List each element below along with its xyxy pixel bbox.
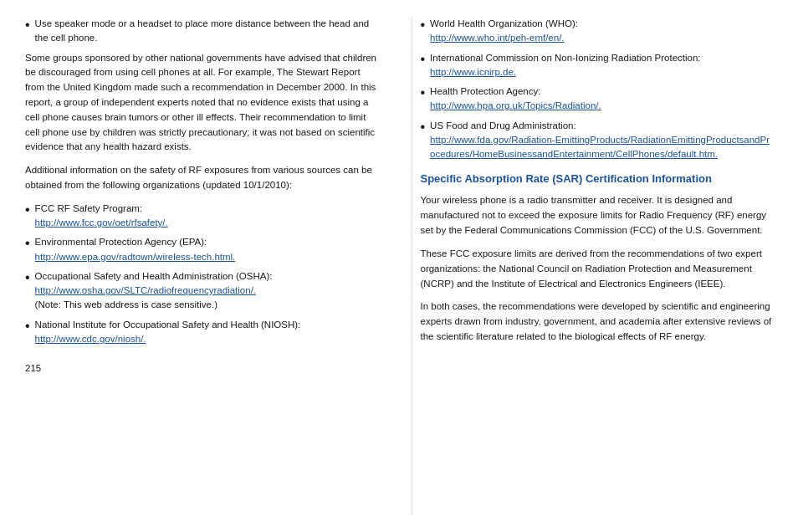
paragraph-additional: Additional information on the safety of … xyxy=(25,163,378,193)
fda-link-part1[interactable]: http://www.fda.gov/Radiation-EmittingPro… xyxy=(430,135,631,145)
bullet-dot-fcc: • xyxy=(25,202,30,231)
section-heading-sar: Specific Absorption Rate (SAR) Certifica… xyxy=(421,171,774,187)
niosh-link[interactable]: http://www.cdc.gov/niosh/. xyxy=(35,334,146,344)
bullet-dot-hpa: • xyxy=(421,84,426,114)
icnirp-label: International Commission on Non-Ionizing… xyxy=(430,53,700,63)
osha-label: Occupational Safety and Health Administr… xyxy=(35,271,273,281)
who-link[interactable]: http://www.who.int/peh-emf/en/. xyxy=(430,33,564,43)
bullet-icnirp: • International Commission on Non-Ionizi… xyxy=(421,51,774,80)
osha-note: (Note: This web address is case sensitiv… xyxy=(35,299,217,309)
fcc-label: FCC RF Safety Program: xyxy=(35,203,142,213)
left-column: • Use speaker mode or a headset to place… xyxy=(25,17,386,515)
fcc-link[interactable]: http://www.fcc.gov/oet/rfsafety/. xyxy=(35,217,168,228)
hpa-link[interactable]: http://www.hpa.org.uk/Topics/Radiation/. xyxy=(430,100,601,110)
bullet-dot-icnirp: • xyxy=(421,51,426,80)
bullet-dot-epa: • xyxy=(25,235,30,264)
bullet-dot-osha: • xyxy=(25,269,30,313)
bullet-osha: • Occupational Safety and Health Adminis… xyxy=(25,269,378,313)
page-number: 215 xyxy=(25,363,378,373)
hpa-label: Health Protection Agency: xyxy=(430,86,540,96)
niosh-label: National Institute for Occupational Safe… xyxy=(35,320,301,330)
epa-label: Environmental Protection Agency (EPA): xyxy=(35,237,207,247)
bullet-epa: • Environmental Protection Agency (EPA):… xyxy=(25,235,378,264)
bullet-who: • World Health Organization (WHO): http:… xyxy=(421,17,774,46)
epa-link[interactable]: http://www.epa.gov/radtown/wireless-tech… xyxy=(35,252,236,262)
osha-link[interactable]: http://www.osha.gov/SLTC/radiofrequencyr… xyxy=(35,285,256,295)
fda-label: US Food and Drug Administration: xyxy=(430,120,576,130)
bullet-dot: • xyxy=(25,17,30,46)
paragraph-sar-2: These FCC exposure limits are derived fr… xyxy=(421,247,774,291)
icnirp-link[interactable]: http://www.icnirp.de. xyxy=(430,67,516,77)
bullet-dot-who: • xyxy=(421,17,426,46)
page-container: • Use speaker mode or a headset to place… xyxy=(0,0,798,532)
bullet-text-speaker: Use speaker mode or a headset to place m… xyxy=(35,17,378,46)
paragraph-sar-1: Your wireless phone is a radio transmitt… xyxy=(421,193,774,238)
paragraph-sar-3: In both cases, the recommendations were … xyxy=(421,299,774,344)
fda-link-part3[interactable]: HomeBusinessandEntertainment/CellPhones/… xyxy=(473,149,718,159)
bullet-hpa: • Health Protection Agency: http://www.h… xyxy=(421,84,774,114)
paragraph-groups: Some groups sponsored by other national … xyxy=(25,51,378,156)
bullet-niosh: • National Institute for Occupational Sa… xyxy=(25,318,378,347)
bullet-fda: • US Food and Drug Administration: http:… xyxy=(421,119,774,162)
bullet-item-speaker: • Use speaker mode or a headset to place… xyxy=(25,17,378,46)
bullet-fcc: • FCC RF Safety Program: http://www.fcc.… xyxy=(25,202,378,231)
right-column: • World Health Organization (WHO): http:… xyxy=(412,17,774,515)
bullet-dot-niosh: • xyxy=(25,318,30,347)
who-label: World Health Organization (WHO): xyxy=(430,18,578,28)
bullet-dot-fda: • xyxy=(421,119,426,162)
